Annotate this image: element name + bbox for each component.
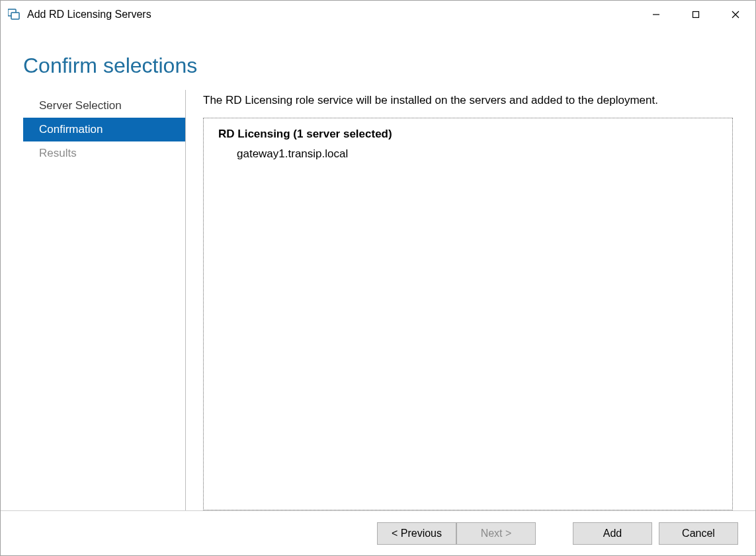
- sidebar-item-server-selection[interactable]: Server Selection: [23, 94, 185, 118]
- sidebar-item-label: Confirmation: [39, 123, 103, 136]
- wizard-sidebar: Server Selection Confirmation Results: [23, 90, 186, 510]
- next-button: Next >: [456, 522, 536, 545]
- cancel-button[interactable]: Cancel: [659, 522, 738, 545]
- maximize-button[interactable]: [676, 1, 716, 28]
- svg-rect-3: [693, 12, 699, 18]
- sidebar-item-label: Results: [39, 147, 77, 160]
- confirmation-panel: RD Licensing (1 server selected) gateway…: [203, 118, 733, 510]
- page-title: Confirm selections: [1, 28, 755, 90]
- wizard-main: The RD Licensing role service will be in…: [203, 90, 733, 510]
- app-icon: [7, 8, 21, 21]
- minimize-button[interactable]: [636, 1, 676, 28]
- previous-button[interactable]: < Previous: [377, 522, 456, 545]
- sidebar-item-label: Server Selection: [39, 99, 122, 112]
- server-entry: gateway1.transip.local: [237, 147, 718, 161]
- sidebar-item-confirmation[interactable]: Confirmation: [23, 118, 185, 141]
- sidebar-item-results: Results: [23, 141, 185, 165]
- wizard-footer: < Previous Next > Add Cancel: [1, 510, 755, 555]
- window-title: Add RD Licensing Servers: [27, 9, 151, 20]
- wizard-body: Server Selection Confirmation Results Th…: [1, 90, 755, 510]
- window-controls: [636, 1, 755, 28]
- close-button[interactable]: [716, 1, 755, 28]
- wizard-window: Add RD Licensing Servers Confirm selecti…: [0, 0, 756, 556]
- page-description: The RD Licensing role service will be in…: [203, 94, 733, 107]
- add-button[interactable]: Add: [573, 522, 652, 545]
- panel-heading: RD Licensing (1 server selected): [218, 128, 718, 141]
- titlebar: Add RD Licensing Servers: [1, 1, 755, 28]
- wizard-content: Confirm selections Server Selection Conf…: [1, 28, 755, 510]
- svg-rect-1: [11, 13, 19, 19]
